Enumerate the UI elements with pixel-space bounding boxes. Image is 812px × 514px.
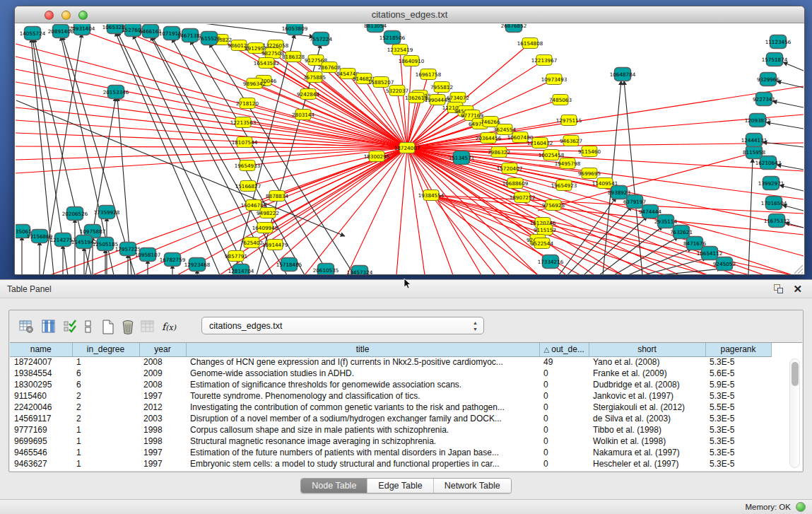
table-cell[interactable]: 2 [72, 413, 139, 424]
table-cell[interactable]: 18724007 [10, 356, 72, 368]
column-header-year[interactable]: year [139, 343, 186, 356]
table-cell[interactable]: 9699695 [10, 436, 72, 447]
table-cell[interactable]: Embryonic stem cells: a model to study s… [186, 458, 539, 469]
table-cell[interactable]: 0 [539, 368, 589, 379]
table-row[interactable]: 2242004622012Investigating the contribut… [10, 402, 771, 413]
table-cell[interactable]: 5.3E-5 [705, 390, 771, 402]
table-cell[interactable]: Franke et al. (2009) [589, 368, 705, 379]
table-cell[interactable]: 9777169 [10, 424, 72, 436]
table-cell[interactable]: Wolkin et al. (1998) [589, 436, 705, 447]
table-cell[interactable]: 19384554 [10, 368, 72, 379]
network-graph[interactable]: 1872400718300295193845541162815199044486… [16, 24, 805, 275]
table-cell[interactable]: Disruption of a novel member of a sodium… [186, 413, 539, 424]
table-cell[interactable]: Tourette syndrome. Phenomenology and cla… [186, 390, 539, 402]
table-row[interactable]: 1456911722003Disruption of a novel membe… [10, 413, 771, 424]
table-row[interactable]: 1938455462009Genome-wide association stu… [10, 368, 771, 379]
column-header-short[interactable]: short [589, 343, 705, 356]
table-cell[interactable]: 0 [539, 436, 589, 447]
table-cell[interactable]: 1 [72, 458, 139, 469]
table-cell[interactable]: 9465546 [10, 447, 72, 458]
show-columns-button[interactable] [40, 318, 57, 335]
table-row[interactable]: 969969511998Structural magnetic resonanc… [10, 436, 771, 447]
table-cell[interactable]: 5.3E-5 [705, 436, 771, 447]
table-cell[interactable]: 18300295 [10, 379, 72, 390]
column-header-name[interactable]: name [10, 343, 72, 356]
tab-network-table[interactable]: Network Table [433, 479, 511, 493]
table-cell[interactable]: Corpus callosum shape and size in male p… [186, 424, 539, 436]
table-cell[interactable]: 2009 [139, 368, 186, 379]
table-cell[interactable]: 5.3E-5 [705, 458, 771, 469]
table-cell[interactable]: 5.3E-5 [705, 413, 771, 424]
table-cell[interactable]: 2008 [139, 356, 186, 368]
table-cell[interactable]: 0 [539, 424, 589, 436]
table-cell[interactable]: Nakamura et al. (1997) [589, 447, 705, 458]
table-row[interactable]: 1830029562008Estimation of significance … [10, 379, 771, 390]
scrollbar-thumb[interactable] [792, 362, 799, 386]
table-cell[interactable]: 0 [539, 390, 589, 402]
table-cell[interactable]: 1 [72, 436, 139, 447]
table-cell[interactable]: Dudbridge et al. (2008) [589, 379, 705, 390]
table-cell[interactable]: Jankovic et al. (1997) [589, 390, 705, 402]
delete-button[interactable] [119, 318, 136, 335]
column-header-pagerank[interactable]: pagerank [705, 343, 771, 356]
table-cell[interactable]: 6 [72, 379, 139, 390]
table-cell[interactable]: de Silva et al. (2003) [589, 413, 705, 424]
table-cell[interactable]: Tibbo et al. (1998) [589, 424, 705, 436]
table-cell[interactable]: 5.9E-5 [705, 379, 771, 390]
node-table-container[interactable]: namein_degreeyeartitle△out_de...shortpag… [10, 342, 802, 471]
table-cell[interactable]: Estimation of significance thresholds fo… [186, 379, 539, 390]
table-cell[interactable]: 0 [539, 458, 589, 469]
table-cell[interactable]: 9463627 [10, 458, 72, 469]
table-cell[interactable]: 1997 [139, 458, 186, 469]
table-cell[interactable]: 5.5E-5 [705, 402, 771, 413]
column-header-in_degree[interactable]: in_degree [72, 343, 139, 356]
table-cell[interactable]: 9115460 [10, 390, 72, 402]
table-cell[interactable]: 5.6E-5 [705, 368, 771, 379]
tab-edge-table[interactable]: Edge Table [367, 479, 433, 493]
table-cell[interactable]: 2003 [139, 413, 186, 424]
network-window-titlebar[interactable]: citations_edges.txt [15, 6, 804, 23]
table-cell[interactable]: 0 [539, 402, 589, 413]
tab-node-table[interactable]: Node Table [301, 479, 367, 493]
close-panel-icon[interactable]: ✕ [793, 283, 802, 296]
table-cell[interactable]: Yano et al. (2008) [589, 356, 705, 368]
table-row[interactable]: 911546021997Tourette syndrome. Phenomeno… [10, 390, 771, 402]
table-vertical-scrollbar[interactable] [789, 358, 800, 468]
table-cell[interactable]: Investigating the contribution of common… [186, 402, 539, 413]
column-header-title[interactable]: title [186, 343, 539, 356]
table-cell[interactable]: 1 [72, 424, 139, 436]
table-cell[interactable]: 0 [539, 379, 589, 390]
table-cell[interactable]: 6 [72, 368, 139, 379]
column-header-out_de[interactable]: △out_de... [539, 343, 589, 356]
function-builder-button[interactable]: f(x) [160, 318, 177, 335]
table-cell[interactable]: 49 [539, 356, 589, 368]
table-cell[interactable]: 1 [72, 447, 139, 458]
table-cell[interactable]: 2008 [139, 379, 186, 390]
table-cell[interactable]: 0 [539, 413, 589, 424]
float-panel-icon[interactable] [774, 284, 784, 294]
table-cell[interactable]: 2 [72, 402, 139, 413]
window-resize-grip[interactable] [792, 263, 804, 274]
table-select-dropdown[interactable]: citations_edges.txt ▲▼ [201, 317, 484, 334]
network-canvas[interactable]: 1872400718300295193845541162815199044486… [16, 24, 805, 275]
table-cell[interactable]: 1 [72, 356, 139, 368]
table-cell[interactable]: Estimation of the future numbers of pati… [186, 447, 539, 458]
table-cell[interactable]: 0 [539, 447, 589, 458]
table-settings-button[interactable] [18, 318, 35, 335]
table-cell[interactable]: 2 [72, 390, 139, 402]
table-cell[interactable]: 5.3E-5 [705, 356, 771, 368]
table-cell[interactable]: 2012 [139, 402, 186, 413]
table-cell[interactable]: Changes of HCN gene expression and I(f) … [186, 356, 539, 368]
table-cell[interactable]: 14569117 [10, 413, 72, 424]
network-window[interactable]: citations_edges.txt 18724007183002951938… [14, 6, 805, 275]
node-table[interactable]: namein_degreeyeartitle△out_de...shortpag… [10, 343, 772, 469]
table-row[interactable]: 1872400712008Changes of HCN gene express… [10, 356, 771, 368]
table-row[interactable]: 946554611997Estimation of the future num… [10, 447, 771, 458]
table-cell[interactable]: Hescheler et al. (1997) [589, 458, 705, 469]
table-cell[interactable]: 1998 [139, 424, 186, 436]
table-cell[interactable]: 22420046 [10, 402, 72, 413]
table-row[interactable]: 946362711997Embryonic stem cells: a mode… [10, 458, 771, 469]
table-cell[interactable]: Structural magnetic resonance image aver… [186, 436, 539, 447]
row-pair-button[interactable] [80, 318, 97, 335]
table-cell[interactable]: 1997 [139, 390, 186, 402]
